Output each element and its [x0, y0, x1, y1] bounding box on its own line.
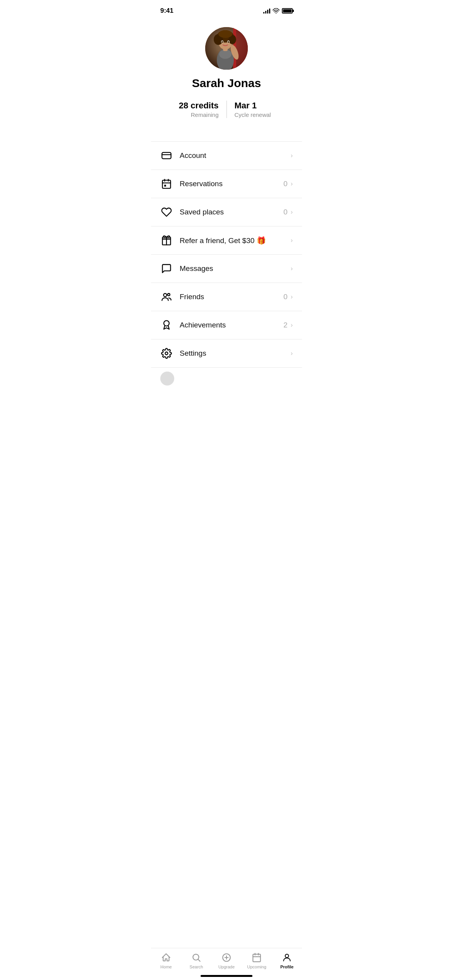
chevron-right-icon: › — [291, 180, 293, 187]
friends-icon — [160, 291, 173, 303]
menu-label-account: Account — [180, 151, 288, 160]
wifi-icon — [273, 8, 280, 14]
battery-icon — [282, 8, 293, 14]
message-icon — [160, 262, 173, 275]
chevron-right-icon: › — [291, 152, 293, 159]
chevron-right-icon: › — [291, 209, 293, 216]
svg-rect-17 — [162, 152, 171, 159]
svg-point-15 — [228, 41, 229, 43]
renewal-label: Cycle renewal — [235, 111, 279, 118]
profile-section: Sarah Jonas 28 credits Remaining Mar 1 C… — [151, 19, 302, 130]
menu-item-refer[interactable]: Refer a friend, Get $30 🎁 › — [151, 226, 302, 254]
svg-point-0 — [276, 13, 276, 14]
status-time: 9:41 — [160, 7, 173, 15]
credits-label: Remaining — [174, 111, 219, 118]
gift-icon — [160, 234, 173, 247]
friends-badge: 0 — [283, 293, 288, 301]
chevron-right-icon: › — [291, 237, 293, 244]
svg-point-26 — [163, 293, 166, 296]
status-icons — [263, 8, 293, 14]
menu-item-achievements[interactable]: Achievements 2 › — [151, 311, 302, 339]
svg-point-27 — [168, 293, 170, 296]
svg-point-28 — [164, 320, 169, 326]
settings-icon — [160, 347, 173, 360]
chevron-right-icon: › — [291, 350, 293, 357]
renewal-item: Mar 1 Cycle renewal — [227, 101, 287, 118]
menu-label-saved-places: Saved places — [180, 208, 281, 216]
credits-row: 28 credits Remaining Mar 1 Cycle renewal — [151, 101, 302, 118]
svg-point-29 — [165, 352, 168, 355]
menu-item-messages[interactable]: Messages › — [151, 254, 302, 283]
scroll-indicator — [160, 372, 174, 385]
menu-item-settings[interactable]: Settings › — [151, 339, 302, 368]
svg-rect-23 — [164, 185, 166, 187]
chevron-right-icon: › — [291, 293, 293, 300]
menu-label-achievements: Achievements — [180, 321, 281, 329]
menu-item-friends[interactable]: Friends 0 › — [151, 283, 302, 311]
menu-label-messages: Messages — [180, 264, 288, 273]
calendar-icon — [160, 178, 173, 190]
achievement-icon — [160, 319, 173, 331]
heart-icon — [160, 206, 173, 218]
menu-section: Account › Reservations 0 › — [151, 141, 302, 368]
menu-label-refer: Refer a friend, Get $30 🎁 — [180, 236, 288, 245]
credits-item: 28 credits Remaining — [166, 101, 227, 118]
menu-label-settings: Settings — [180, 349, 288, 358]
svg-point-11 — [218, 30, 232, 38]
svg-rect-19 — [163, 180, 171, 188]
achievements-badge: 2 — [283, 321, 288, 329]
credit-card-icon — [160, 149, 173, 162]
menu-label-friends: Friends — [180, 293, 281, 301]
menu-item-saved-places[interactable]: Saved places 0 › — [151, 198, 302, 226]
svg-point-14 — [221, 41, 223, 43]
user-name: Sarah Jonas — [192, 77, 261, 90]
signal-bars-icon — [263, 8, 270, 14]
renewal-value: Mar 1 — [235, 101, 279, 111]
chevron-right-icon: › — [291, 265, 293, 272]
menu-item-reservations[interactable]: Reservations 0 › — [151, 170, 302, 198]
avatar — [205, 27, 248, 70]
chevron-right-icon: › — [291, 322, 293, 329]
menu-label-reservations: Reservations — [180, 180, 281, 188]
status-bar: 9:41 — [151, 0, 302, 19]
reservations-badge: 0 — [283, 180, 288, 188]
saved-places-badge: 0 — [283, 208, 288, 216]
credits-value: 28 credits — [174, 101, 219, 111]
menu-item-account[interactable]: Account › — [151, 141, 302, 170]
